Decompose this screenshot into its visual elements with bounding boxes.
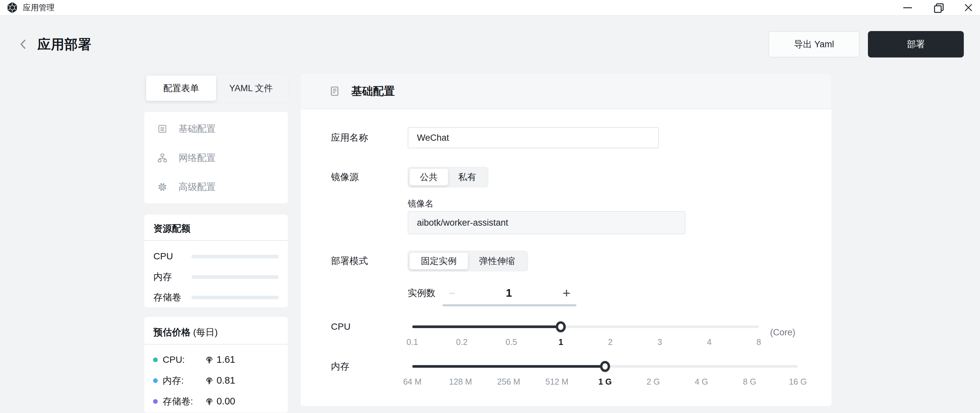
- tick-label-selected: 1 G: [598, 377, 612, 386]
- tab-config-form[interactable]: 配置表单: [146, 76, 216, 101]
- cpu-label: CPU: [331, 319, 408, 334]
- estimated-price-card: 预估价格(每日) CPU: 1.61 内存:: [144, 316, 288, 413]
- app-name-label: 应用名称: [331, 132, 408, 144]
- image-name-row: [301, 211, 832, 234]
- tick-label: 2 G: [647, 377, 660, 386]
- instance-count-value: 1: [506, 286, 512, 300]
- cpu-slider-track[interactable]: (Core): [412, 319, 759, 334]
- back-button[interactable]: [18, 34, 33, 54]
- image-source-row: 镜像源 公共 私有: [301, 167, 832, 187]
- memory-slider: 64 M 128 M 256 M 512 M 1 G 2 G 4 G 8 G 1…: [412, 359, 798, 388]
- form-icon: [158, 124, 167, 134]
- tick-label: 3: [658, 337, 662, 347]
- memory-label: 内存: [331, 359, 408, 374]
- tick-label: 64 M: [403, 377, 422, 386]
- header-actions: 导出 Yaml 部署: [768, 31, 964, 57]
- sidebar-item-network-config[interactable]: 网络配置: [144, 143, 288, 173]
- cpu-slider-handle[interactable]: [556, 321, 566, 332]
- tick-label-selected: 1: [558, 337, 563, 347]
- config-section-menu: 基础配置 网络配置 高级配置: [144, 111, 288, 204]
- tick-label: 0.1: [407, 337, 418, 347]
- tick-label: 8 G: [743, 377, 756, 386]
- price-row-volume: 存储卷: 0.00: [144, 391, 288, 412]
- basic-config-header: 基础配置: [301, 74, 832, 110]
- sidebar-item-label: 基础配置: [178, 122, 216, 135]
- quota-row-volume: 存储卷: [144, 287, 288, 308]
- gear-icon: [158, 182, 167, 192]
- quota-label: 存储卷: [153, 291, 191, 303]
- image-source-public-option[interactable]: 公共: [410, 169, 448, 185]
- sidebar-item-label: 网络配置: [178, 152, 216, 164]
- price-value: 0.81: [216, 375, 235, 386]
- shell-currency-icon: [205, 397, 213, 406]
- instance-count-stepper: − 1 +: [443, 286, 576, 306]
- cpu-unit-label: (Core): [770, 327, 795, 338]
- price-row-memory: 内存: 0.81: [144, 370, 288, 391]
- image-name-label: 镜像名: [408, 198, 832, 210]
- deploy-mode-fixed-option[interactable]: 固定实例: [410, 253, 468, 269]
- image-name-input[interactable]: [408, 211, 686, 234]
- resource-quota-card: 资源配额 CPU 内存 存储卷: [144, 214, 288, 308]
- export-yaml-button[interactable]: 导出 Yaml: [768, 31, 860, 57]
- page-header: 应用部署 导出 Yaml 部署: [18, 30, 964, 58]
- quota-row-memory: 内存: [144, 267, 288, 287]
- tab-yaml-file[interactable]: YAML 文件: [216, 76, 286, 101]
- minimize-button[interactable]: [901, 1, 914, 14]
- deploy-button[interactable]: 部署: [868, 31, 964, 57]
- app-logo-icon: [6, 1, 18, 14]
- price-value: 0.00: [216, 396, 235, 407]
- tick-label: 0.2: [456, 337, 468, 347]
- close-icon: [964, 3, 973, 12]
- memory-dot: [153, 378, 158, 383]
- estimated-price-title: 预估价格(每日): [144, 317, 288, 345]
- cpu-slider: (Core) 0.1 0.2 0.5 1 2 3 4 8: [412, 319, 759, 348]
- sidebar-item-basic-config[interactable]: 基础配置: [144, 114, 288, 143]
- slider-fill: [412, 365, 605, 368]
- memory-slider-track[interactable]: [412, 359, 798, 374]
- back-chevron-icon: [18, 38, 28, 51]
- instance-count-row: 实例数 − 1 +: [301, 286, 832, 306]
- quota-label: CPU: [153, 251, 191, 262]
- deploy-mode-row: 部署模式 固定实例 弹性伸缩: [301, 251, 832, 271]
- cpu-dot: [153, 357, 158, 362]
- section-title: 基础配置: [351, 84, 395, 99]
- shell-currency-icon: [205, 356, 213, 364]
- quota-bar-cpu: [191, 255, 279, 258]
- tick-label: 128 M: [449, 377, 472, 386]
- deploy-mode-toggle: 固定实例 弹性伸缩: [408, 251, 528, 271]
- quota-bar-volume: [191, 296, 279, 299]
- close-button[interactable]: [962, 1, 975, 14]
- instance-count-label: 实例数: [408, 286, 436, 300]
- sidebar: 配置表单 YAML 文件 基础配置 网络配置: [144, 73, 288, 413]
- deploy-mode-elastic-option[interactable]: 弹性伸缩: [468, 253, 526, 269]
- resource-quota-title: 资源配额: [144, 214, 288, 241]
- cpu-tick-labels: 0.1 0.2 0.5 1 2 3 4 8: [412, 335, 759, 348]
- config-mode-tabs: 配置表单 YAML 文件: [144, 73, 288, 103]
- window-titlebar: 应用管理: [0, 0, 980, 16]
- sidebar-item-label: 高级配置: [178, 181, 216, 193]
- tick-label: 4: [707, 337, 711, 347]
- price-label: 内存:: [163, 374, 205, 387]
- decrement-button[interactable]: −: [449, 286, 455, 300]
- quota-bar-memory: [191, 275, 279, 279]
- restore-icon: [934, 4, 942, 11]
- tick-label: 256 M: [497, 377, 520, 386]
- price-label: 存储卷:: [163, 395, 205, 408]
- app-name-row: 应用名称: [301, 127, 832, 148]
- tick-label: 0.5: [506, 337, 517, 347]
- price-value: 1.61: [216, 354, 235, 365]
- memory-slider-handle[interactable]: [600, 361, 610, 372]
- memory-tick-labels: 64 M 128 M 256 M 512 M 1 G 2 G 4 G 8 G 1…: [412, 374, 798, 388]
- tick-label: 8: [756, 337, 761, 347]
- restore-button[interactable]: [932, 1, 944, 14]
- image-source-private-option[interactable]: 私有: [448, 169, 486, 185]
- tick-label: 4 G: [695, 377, 708, 386]
- minimize-icon: [903, 7, 912, 8]
- slider-fill: [412, 326, 561, 328]
- sidebar-item-advanced-config[interactable]: 高级配置: [144, 173, 288, 202]
- network-icon: [158, 153, 167, 163]
- tick-label: 2: [608, 337, 612, 347]
- image-source-toggle: 公共 私有: [408, 167, 488, 187]
- app-name-input[interactable]: [408, 127, 659, 148]
- increment-button[interactable]: +: [563, 286, 570, 300]
